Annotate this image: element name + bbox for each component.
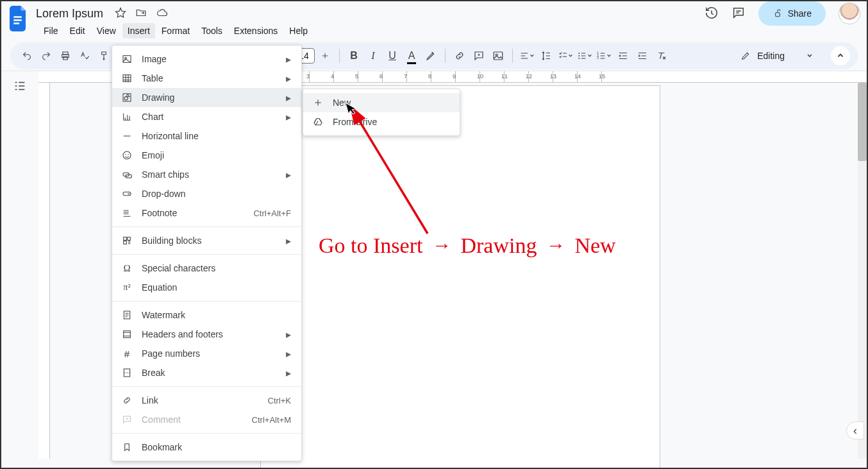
outline-icon[interactable] — [13, 79, 27, 459]
watermark-icon — [121, 310, 133, 320]
insert-buildingblocks[interactable]: Building blocks ▸ — [112, 231, 301, 250]
vertical-ruler[interactable] — [38, 83, 50, 459]
bold-button[interactable]: B — [345, 47, 363, 65]
chevron-right-icon: ▸ — [286, 72, 291, 85]
insert-dropdownchip[interactable]: Drop-down — [112, 184, 301, 203]
insert-equation[interactable]: π² Equation — [112, 278, 301, 297]
bookmark-icon — [121, 442, 133, 452]
menu-format[interactable]: Format — [156, 23, 195, 38]
insert-emoji[interactable]: Emoji — [112, 146, 301, 165]
insertimage-button[interactable] — [489, 47, 507, 65]
chart-icon — [121, 112, 133, 122]
mode-editing[interactable]: Editing — [730, 46, 823, 66]
chevron-right-icon: ▸ — [286, 235, 291, 247]
insert-horizontalline[interactable]: Horizontal line — [112, 126, 301, 146]
menu-insert[interactable]: Insert — [122, 23, 155, 38]
menu-help[interactable]: Help — [284, 23, 313, 38]
menu-edit[interactable]: Edit — [65, 23, 90, 38]
docs-logo[interactable] — [8, 3, 31, 34]
svg-rect-0 — [13, 16, 22, 18]
redo-button[interactable] — [37, 47, 55, 65]
spellcheck-button[interactable] — [76, 47, 94, 65]
svg-rect-31 — [124, 369, 129, 377]
indentdec-button[interactable] — [614, 47, 632, 65]
insert-watermark[interactable]: Watermark — [112, 305, 301, 325]
svg-rect-3 — [775, 13, 780, 17]
menu-file[interactable]: File — [38, 23, 63, 38]
avatar[interactable] — [839, 3, 860, 24]
numberlist-button[interactable]: 123 — [595, 47, 613, 65]
insert-footnote[interactable]: Footnote Ctrl+Alt+F — [112, 203, 301, 223]
image-icon — [121, 54, 133, 64]
svg-rect-27 — [128, 237, 131, 241]
insert-dropdown: Image ▸ Table ▸ Drawing ▸ Chart ▸ Horizo… — [112, 45, 302, 461]
doc-title[interactable]: Lorem Ipsum — [35, 7, 103, 21]
dropdown-icon — [121, 189, 133, 199]
page-canvas[interactable] — [260, 85, 660, 469]
insert-smartchips[interactable]: Smart chips ▸ — [112, 165, 301, 184]
italic-button[interactable]: I — [364, 47, 382, 65]
svg-rect-17 — [123, 75, 131, 82]
svg-rect-30 — [124, 331, 131, 338]
insert-specialchars[interactable]: Ω Special characters — [112, 259, 301, 278]
drawing-fromdrive[interactable]: From Drive — [303, 112, 460, 132]
table-icon — [121, 73, 133, 83]
checklist-button[interactable] — [556, 47, 574, 65]
separator — [112, 301, 301, 302]
paintformat-button[interactable] — [95, 47, 113, 65]
comments-icon[interactable] — [731, 6, 746, 22]
drawing-submenu: New From Drive — [303, 89, 460, 136]
hash-icon: # — [121, 348, 133, 359]
emoji-icon — [121, 150, 133, 160]
insert-table[interactable]: Table ▸ — [112, 69, 301, 88]
move-icon[interactable] — [135, 7, 147, 21]
textcolor-button[interactable]: A — [403, 47, 421, 65]
highlight-button[interactable] — [422, 47, 440, 65]
collapse-toolbar[interactable] — [831, 46, 850, 65]
svg-rect-4 — [63, 52, 68, 55]
drawing-new[interactable]: New — [303, 93, 460, 112]
share-button[interactable]: Share — [758, 1, 826, 26]
chevron-right-icon: ▸ — [286, 328, 291, 341]
align-button[interactable] — [518, 47, 536, 65]
history-icon[interactable] — [705, 6, 719, 22]
bulletlist-button[interactable] — [576, 47, 594, 65]
insert-link[interactable]: Link Ctrl+K — [112, 391, 301, 410]
svg-point-22 — [128, 154, 128, 155]
insert-pagenumbers[interactable]: # Page numbers ▸ — [112, 344, 301, 363]
svg-rect-7 — [494, 52, 503, 60]
insert-headers[interactable]: Headers and footers ▸ — [112, 325, 301, 344]
menu-tools[interactable]: Tools — [196, 23, 228, 38]
vertical-scrollbar[interactable] — [858, 83, 867, 459]
smartchips-icon — [121, 169, 133, 180]
svg-point-19 — [124, 97, 128, 100]
underline-button[interactable]: U — [383, 47, 401, 65]
chevron-right-icon: ▸ — [286, 92, 291, 104]
svg-rect-6 — [63, 56, 68, 60]
hr-icon — [121, 131, 133, 141]
insertlink-button[interactable] — [451, 47, 469, 65]
insert-drawing[interactable]: Drawing ▸ — [112, 88, 301, 107]
star-icon[interactable] — [115, 7, 126, 21]
clearformat-button[interactable] — [653, 47, 671, 65]
menu-view[interactable]: View — [92, 23, 121, 38]
indentinc-button[interactable] — [633, 47, 651, 65]
explore-button[interactable]: ‹ — [846, 422, 864, 439]
svg-point-20 — [123, 151, 131, 159]
addcomment-button[interactable] — [470, 47, 488, 65]
cloud-status-icon[interactable] — [156, 7, 169, 21]
insert-bookmark[interactable]: Bookmark — [112, 438, 301, 457]
print-button[interactable] — [56, 47, 74, 65]
chevron-right-icon: ▸ — [286, 53, 291, 65]
separator — [112, 433, 301, 434]
menu-extensions[interactable]: Extensions — [229, 23, 283, 38]
equation-icon: π² — [121, 282, 133, 293]
fontsize-inc[interactable] — [316, 47, 334, 65]
chevron-right-icon: ▸ — [286, 348, 291, 360]
insert-chart[interactable]: Chart ▸ — [112, 107, 301, 126]
insert-break[interactable]: Break ▸ — [112, 363, 301, 382]
linespacing-button[interactable] — [537, 47, 555, 65]
insert-image[interactable]: Image ▸ — [112, 49, 301, 69]
svg-rect-26 — [124, 237, 127, 241]
undo-button[interactable] — [18, 47, 36, 65]
